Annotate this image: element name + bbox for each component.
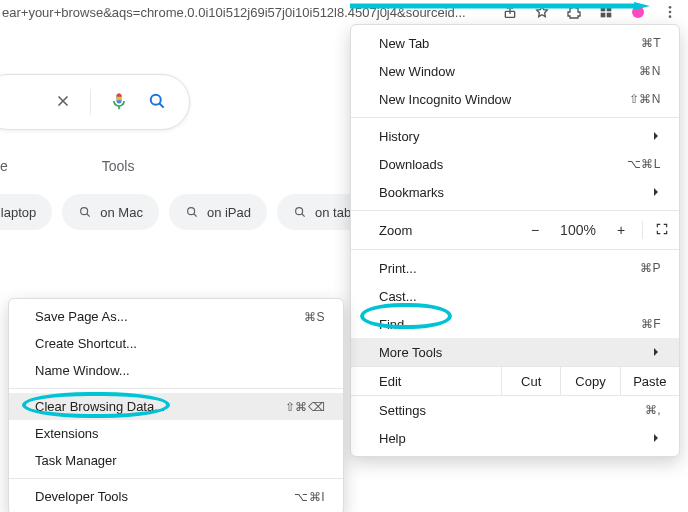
menu-label: Zoom xyxy=(379,223,412,238)
search-box[interactable] xyxy=(0,74,190,130)
menu-separator xyxy=(351,117,679,118)
menu-label: Name Window... xyxy=(35,363,325,378)
menu-new-incognito[interactable]: New Incognito Window ⇧⌘N xyxy=(351,85,679,113)
menu-label: Print... xyxy=(379,261,640,276)
menu-more-tools[interactable]: More Tools xyxy=(351,338,679,366)
menu-edit-row: Edit Cut Copy Paste xyxy=(351,366,679,396)
menu-label: Save Page As... xyxy=(35,309,304,324)
menu-label: Edit xyxy=(351,374,501,389)
chevron-right-icon xyxy=(651,431,661,446)
menu-label: Cast... xyxy=(379,289,661,304)
chip-ipad[interactable]: on iPad xyxy=(169,194,267,230)
overflow-dots-1-icon[interactable] xyxy=(598,4,614,20)
svg-point-5 xyxy=(632,6,644,18)
chip-laptop[interactable]: n laptop xyxy=(0,194,52,230)
menu-separator xyxy=(9,478,343,479)
submenu-clear-browsing-data[interactable]: Clear Browsing Data... ⇧⌘⌫ xyxy=(9,393,343,420)
menu-label: Settings xyxy=(379,403,645,418)
menu-label: Find... xyxy=(379,317,641,332)
voice-search-icon[interactable] xyxy=(109,91,129,114)
menu-accel: ⌘P xyxy=(640,261,661,275)
share-icon[interactable] xyxy=(502,4,518,20)
menu-label: Task Manager xyxy=(35,453,325,468)
submenu-task-manager[interactable]: Task Manager xyxy=(9,447,343,474)
svg-point-15 xyxy=(296,208,303,215)
divider xyxy=(642,221,643,239)
menu-label: Downloads xyxy=(379,157,627,172)
search-tab-partial[interactable]: e xyxy=(0,158,8,174)
menu-dots-icon[interactable] xyxy=(662,4,678,20)
chevron-right-icon xyxy=(651,185,661,200)
edit-paste-button[interactable]: Paste xyxy=(620,367,679,395)
chevron-right-icon xyxy=(651,345,661,360)
menu-accel: ⌘S xyxy=(304,310,325,324)
menu-new-window[interactable]: New Window ⌘N xyxy=(351,57,679,85)
edit-copy-button[interactable]: Copy xyxy=(560,367,619,395)
chrome-main-menu: New Tab ⌘T New Window ⌘N New Incognito W… xyxy=(350,24,680,457)
menu-label: Help xyxy=(379,431,651,446)
chip-label: n laptop xyxy=(0,205,36,220)
fullscreen-icon[interactable] xyxy=(655,222,669,239)
menu-label: New Window xyxy=(379,64,639,79)
search-icon[interactable] xyxy=(147,91,167,114)
chevron-right-icon xyxy=(651,129,661,144)
chip-label: on tabl xyxy=(315,205,354,220)
submenu-save-page[interactable]: Save Page As... ⌘S xyxy=(9,303,343,330)
svg-point-8 xyxy=(669,15,672,18)
menu-accel: ⌘T xyxy=(641,36,661,50)
svg-point-13 xyxy=(81,208,88,215)
extensions-icon[interactable] xyxy=(566,4,582,20)
menu-label: Developer Tools xyxy=(35,489,294,504)
svg-point-11 xyxy=(151,94,161,104)
svg-point-6 xyxy=(669,6,672,9)
menu-separator xyxy=(9,388,343,389)
address-bar-text[interactable]: ear+your+browse&aqs=chrome.0.0i10i512j69… xyxy=(0,5,492,20)
chip-label: on iPad xyxy=(207,205,251,220)
svg-point-7 xyxy=(669,11,672,14)
menu-zoom: Zoom − 100% + xyxy=(351,215,679,245)
svg-rect-2 xyxy=(607,7,612,12)
edit-cut-button[interactable]: Cut xyxy=(501,367,560,395)
svg-rect-4 xyxy=(607,13,612,18)
menu-label: Bookmarks xyxy=(379,185,651,200)
menu-accel: ⌥⌘L xyxy=(627,157,661,171)
menu-accel: ⌘, xyxy=(645,403,661,417)
menu-accel: ⇧⌘⌫ xyxy=(285,400,326,414)
menu-accel: ⌘N xyxy=(639,64,661,78)
menu-accel: ⌘F xyxy=(641,317,661,331)
menu-separator xyxy=(351,249,679,250)
menu-label: More Tools xyxy=(379,345,651,360)
menu-settings[interactable]: Settings ⌘, xyxy=(351,396,679,424)
submenu-developer-tools[interactable]: Developer Tools ⌥⌘I xyxy=(9,483,343,510)
zoom-out-button[interactable]: − xyxy=(526,222,544,238)
zoom-percent: 100% xyxy=(556,222,600,238)
menu-new-tab[interactable]: New Tab ⌘T xyxy=(351,29,679,57)
search-tab-tools[interactable]: Tools xyxy=(102,158,135,174)
svg-rect-1 xyxy=(601,7,606,12)
menu-label: New Tab xyxy=(379,36,641,51)
zoom-in-button[interactable]: + xyxy=(612,222,630,238)
clear-icon[interactable] xyxy=(54,92,72,113)
menu-label: Create Shortcut... xyxy=(35,336,325,351)
chip-label: on Mac xyxy=(100,205,143,220)
menu-cast[interactable]: Cast... xyxy=(351,282,679,310)
menu-find[interactable]: Find... ⌘F xyxy=(351,310,679,338)
more-tools-submenu: Save Page As... ⌘S Create Shortcut... Na… xyxy=(8,298,344,512)
menu-help[interactable]: Help xyxy=(351,424,679,452)
submenu-extensions[interactable]: Extensions xyxy=(9,420,343,447)
chip-mac[interactable]: on Mac xyxy=(62,194,159,230)
menu-downloads[interactable]: Downloads ⌥⌘L xyxy=(351,150,679,178)
profile-icon[interactable] xyxy=(630,4,646,20)
menu-label: Extensions xyxy=(35,426,325,441)
submenu-create-shortcut[interactable]: Create Shortcut... xyxy=(9,330,343,357)
menu-label: Clear Browsing Data... xyxy=(35,399,285,414)
bookmark-star-icon[interactable] xyxy=(534,4,550,20)
menu-bookmarks[interactable]: Bookmarks xyxy=(351,178,679,206)
svg-rect-3 xyxy=(601,13,606,18)
submenu-name-window[interactable]: Name Window... xyxy=(9,357,343,384)
menu-print[interactable]: Print... ⌘P xyxy=(351,254,679,282)
svg-point-14 xyxy=(188,208,195,215)
menu-history[interactable]: History xyxy=(351,122,679,150)
menu-label: History xyxy=(379,129,651,144)
menu-separator xyxy=(351,210,679,211)
